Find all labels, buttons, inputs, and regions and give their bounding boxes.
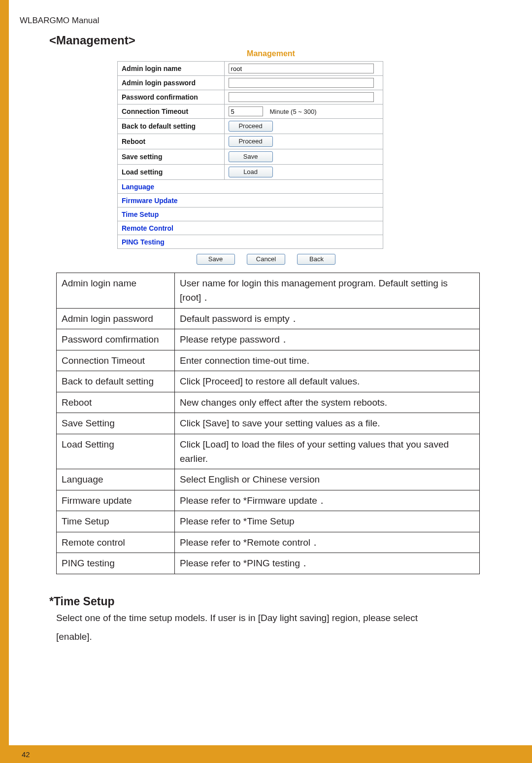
table-row: Remote controlPlease refer to *Remote co… [57, 532, 480, 553]
password-confirmation-input[interactable] [229, 92, 374, 102]
page-number: 42 [22, 750, 30, 759]
connection-timeout-unit: Minute (5 ~ 300) [269, 108, 316, 115]
desc-key: Admin login name [57, 273, 175, 309]
section-heading-time-setup: *Time Setup [49, 595, 502, 608]
desc-value: Enter connection time-out time. [175, 350, 480, 371]
label-back-to-default: Back to default setting [118, 119, 225, 134]
label-connection-timeout: Connection Timeout [118, 104, 225, 119]
desc-key: Firmware update [57, 490, 175, 511]
desc-key: PING testing [57, 553, 175, 574]
desc-value: Default password is empty． [175, 308, 480, 329]
label-password-confirmation: Password confirmation [118, 90, 225, 104]
panel-title-management: Management [39, 49, 502, 58]
row-admin-login-name: Admin login name [118, 62, 383, 76]
management-config-panel: Admin login name Admin login password Pa… [117, 61, 383, 249]
desc-key: Save Setting [57, 413, 175, 434]
row-save-setting: Save setting Save [118, 149, 383, 165]
cancel-button[interactable]: Cancel [247, 254, 285, 265]
table-row: Back to default settingClick [Proceed] t… [57, 371, 480, 392]
time-setup-text-2: [enable]. [56, 628, 490, 646]
desc-value: Click [Proceed] to restore all default v… [175, 371, 480, 392]
description-tbody: Admin login nameUser name for login this… [57, 273, 480, 574]
desc-value: Click [Load] to load the files of your s… [175, 434, 480, 469]
row-admin-login-password: Admin login password [118, 76, 383, 90]
table-row: Time SetupPlease refer to *Time Setup [57, 511, 480, 532]
time-setup-text-1: Select one of the time setup models. If … [56, 609, 490, 627]
admin-login-name-input[interactable] [229, 64, 374, 73]
table-row: Connection TimeoutEnter connection time-… [57, 350, 480, 371]
table-row: Admin login passwordDefault password is … [57, 308, 480, 329]
link-firmware-update[interactable]: Firmware Update [118, 194, 383, 208]
connection-timeout-input[interactable] [229, 106, 263, 116]
label-admin-login-name: Admin login name [118, 62, 225, 76]
desc-key: Back to default setting [57, 371, 175, 392]
table-row: Firmware updatePlease refer to *Firmware… [57, 490, 480, 511]
desc-value: New changes only effect after the system… [175, 392, 480, 413]
label-load-setting: Load setting [118, 165, 225, 180]
table-row: Load SettingClick [Load] to load the fil… [57, 434, 480, 469]
desc-value: Please refer to *PING testing． [175, 553, 480, 574]
proceed-reboot-button[interactable]: Proceed [229, 136, 273, 147]
link-time-setup[interactable]: Time Setup [118, 208, 383, 221]
back-button[interactable]: Back [297, 254, 335, 265]
save-button[interactable]: Save [197, 254, 235, 265]
footer-bar: 42 [9, 745, 532, 763]
save-setting-button[interactable]: Save [229, 151, 273, 162]
row-connection-timeout: Connection Timeout Minute (5 ~ 300) [118, 104, 383, 119]
desc-value: Please refer to *Firmware update． [175, 490, 480, 511]
desc-value: Please refer to *Remote control． [175, 532, 480, 553]
row-reboot: Reboot Proceed [118, 134, 383, 149]
manual-header: WLBARGMO Manual [20, 14, 502, 31]
link-remote-control[interactable]: Remote Control [118, 221, 383, 235]
desc-key: Language [57, 469, 175, 490]
bottom-button-row: Save Cancel Back [30, 254, 502, 265]
row-back-to-default: Back to default setting Proceed [118, 119, 383, 134]
desc-value: Please refer to *Time Setup [175, 511, 480, 532]
desc-key: Load Setting [57, 434, 175, 469]
label-admin-login-password: Admin login password [118, 76, 225, 90]
proceed-default-button[interactable]: Proceed [229, 121, 273, 132]
table-row: PING testingPlease refer to *PING testin… [57, 553, 480, 574]
manual-page: WLBARGMO Manual <Management> Management … [0, 0, 532, 763]
link-ping-testing[interactable]: PING Testing [118, 235, 383, 249]
section-heading-management: <Management> [49, 34, 502, 47]
row-password-confirmation: Password confirmation [118, 90, 383, 104]
desc-value: User name for login this management prog… [175, 273, 480, 309]
desc-key: Connection Timeout [57, 350, 175, 371]
table-row: Password comfirmationPlease retype passw… [57, 329, 480, 350]
table-row: Admin login nameUser name for login this… [57, 273, 480, 309]
admin-login-password-input[interactable] [229, 78, 374, 88]
desc-value: Please retype password． [175, 329, 480, 350]
desc-key: Time Setup [57, 511, 175, 532]
desc-value: Click [Save] to save your setting values… [175, 413, 480, 434]
label-reboot: Reboot [118, 134, 225, 149]
desc-key: Admin login password [57, 308, 175, 329]
label-save-setting: Save setting [118, 149, 225, 165]
table-row: Save SettingClick [Save] to save your se… [57, 413, 480, 434]
description-table: Admin login nameUser name for login this… [56, 273, 480, 574]
link-language[interactable]: Language [118, 180, 383, 194]
desc-key: Remote control [57, 532, 175, 553]
load-setting-button[interactable]: Load [229, 167, 273, 177]
table-row: LanguageSelect English or Chinese versio… [57, 469, 480, 490]
table-row: RebootNew changes only effect after the … [57, 392, 480, 413]
desc-key: Reboot [57, 392, 175, 413]
desc-key: Password comfirmation [57, 329, 175, 350]
row-load-setting: Load setting Load [118, 165, 383, 180]
desc-value: Select English or Chinese version [175, 469, 480, 490]
